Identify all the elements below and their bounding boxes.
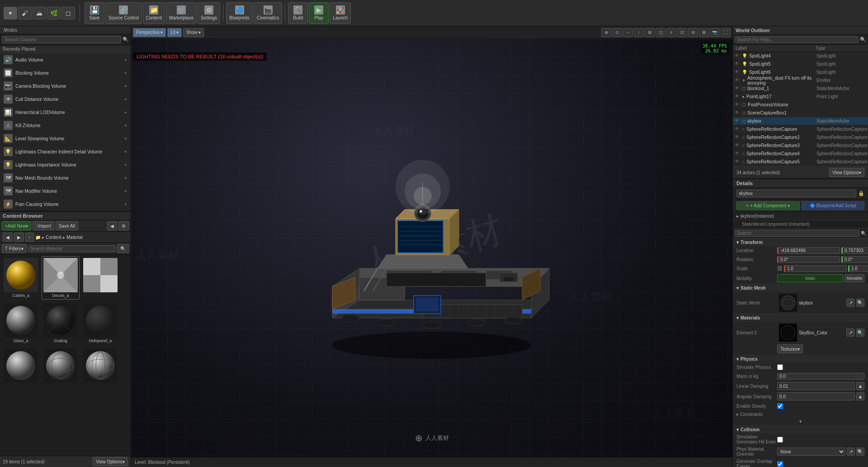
outliner-row-pointlight17[interactable]: 👁 ● PointLight17 Point Light — [733, 93, 868, 101]
outliner-row-atmospheric[interactable]: 👁 ✦ Atmospheric_dust FX turn off its ann… — [733, 76, 868, 85]
add-new-button[interactable]: + Add New ▾ — [2, 221, 31, 230]
mode-btn-geometry[interactable]: ◻ — [61, 7, 75, 19]
mass-input[interactable] — [777, 373, 864, 380]
mesh-find-button[interactable]: 🔍 — [856, 299, 864, 307]
add-cull-distance[interactable]: + — [124, 96, 127, 102]
simulate-physics-check[interactable] — [777, 364, 783, 370]
add-pain-causing[interactable]: + — [124, 201, 127, 207]
marketplace-button[interactable]: 🛒 Marketplace — [166, 2, 197, 24]
eye-sphere4[interactable]: 👁 — [735, 151, 741, 157]
place-item-nav-modifier[interactable]: 🗺 Nav Modifier Volume + — [0, 185, 131, 198]
eye-sphere5[interactable]: 👁 — [735, 159, 741, 165]
outliner-row-spotlight4[interactable]: 👁 💡 SpotLight4 SpotLight — [733, 52, 868, 60]
search-icon[interactable]: 🔍 — [860, 37, 866, 43]
add-camera-blocking[interactable]: + — [124, 83, 127, 89]
perspective-button[interactable]: Perspective ▾ — [133, 28, 166, 37]
outliner-row-sphere5[interactable]: 👁 ○ SphereReflectionCapture5 SphereRefle… — [733, 158, 868, 166]
content-button[interactable]: 📁 Content — [143, 2, 165, 24]
source-control-button[interactable]: 🔗 Source Control — [105, 2, 142, 24]
search-icon-details[interactable]: 🔍 — [861, 231, 866, 236]
eye-spotlight6[interactable]: 👁 — [735, 69, 741, 76]
settings-button[interactable]: ⚙ Settings — [198, 2, 220, 24]
constraints-item[interactable]: ▸ Constraints — [733, 411, 868, 418]
settings-cb-button[interactable]: ⚙ — [118, 221, 129, 230]
place-item-lightmass-indirect[interactable]: 💡 Lightmass Character Indirect Detail Vo… — [0, 145, 131, 158]
scale-x[interactable] — [784, 265, 847, 272]
phys-material-find[interactable]: 🔍 — [856, 448, 864, 456]
add-lightmass-indirect[interactable]: + — [124, 149, 127, 154]
mode-btn-paint[interactable]: 🖌 — [18, 7, 32, 19]
phys-material-select[interactable]: None — [777, 448, 845, 456]
cb-item-grating[interactable]: Grating — [42, 301, 80, 345]
vp-icon-1[interactable]: ⊕ — [601, 28, 611, 37]
physics-expand-bar[interactable]: ▾ — [733, 418, 868, 425]
path-material[interactable]: Material — [66, 235, 83, 240]
launch-button[interactable]: 🚀 Launch — [330, 2, 351, 24]
category-recently-placed[interactable]: Recently Placed — [0, 45, 131, 53]
vp-icon-maximize[interactable]: ⛶ — [721, 28, 731, 37]
play-button[interactable]: ▶ Play — [309, 2, 329, 24]
rotation-y[interactable] — [841, 256, 868, 263]
linear-damping-input[interactable] — [777, 382, 855, 390]
mesh-browse-button[interactable]: ↗ — [846, 299, 854, 307]
place-item-pain-causing[interactable]: ⚡ Pain Causing Volume + — [0, 198, 131, 211]
chain-icon[interactable]: ⛓ — [777, 265, 783, 272]
transform-header[interactable]: ▾ Transform — [733, 238, 868, 246]
add-kill-z[interactable]: + — [124, 123, 127, 128]
outliner-row-skybox[interactable]: 👁 ◻ skybox StaticMeshActor — [733, 117, 868, 125]
cb-view-options[interactable]: View Options ▾ — [93, 457, 128, 466]
add-hierarchical-lod[interactable]: + — [124, 110, 127, 115]
movable-mobility-btn[interactable]: Movable — [844, 274, 864, 282]
cb-item-9[interactable] — [81, 347, 119, 386]
static-mobility-btn[interactable]: Static — [777, 274, 843, 282]
location-y[interactable] — [841, 247, 868, 254]
outliner-row-sphere1[interactable]: 👁 ○ SphereReflectionCapture SphereReflec… — [733, 125, 868, 133]
eye-atmospheric[interactable]: 👁 — [735, 77, 741, 84]
lock-icon[interactable]: 🔒 — [858, 191, 864, 196]
eye-skybox[interactable]: 👁 — [735, 118, 741, 124]
cb-item-holopanel[interactable]: Holopanel_a — [81, 301, 119, 345]
place-item-cull-distance[interactable]: 👁 Cull Distance Volume + — [0, 93, 131, 106]
place-search-icon[interactable]: 🔍 — [123, 37, 129, 43]
viewport-canvas[interactable]: 人人素材 人人素材 人人素材 人人素材 人人素材 — [131, 39, 732, 457]
textures-button[interactable]: Textures ▾ — [777, 344, 803, 353]
lit-button[interactable]: Lit ▾ — [167, 28, 182, 37]
outliner-row-sphere4[interactable]: 👁 ○ SphereReflectionCapture4 SphereRefle… — [733, 150, 868, 158]
show-button[interactable]: Show ▾ — [183, 28, 204, 37]
cb-item-8[interactable] — [42, 347, 80, 386]
material-browse-button[interactable]: ↗ — [846, 329, 854, 337]
eye-blockout1[interactable]: 👁 — [735, 86, 741, 92]
blueprints-button[interactable]: 🔷 Blueprints — [226, 2, 252, 24]
vp-icon-9[interactable]: ⊟ — [688, 28, 698, 37]
vp-icon-8[interactable]: ⊡ — [677, 28, 687, 37]
cb-item-3[interactable] — [81, 256, 119, 300]
add-level-streaming[interactable]: + — [124, 136, 127, 141]
path-up-button[interactable]: ↑ — [25, 233, 34, 242]
outliner-row-sphere3[interactable]: 👁 ○ SphereReflectionCapture3 SphereRefle… — [733, 142, 868, 150]
place-search-input[interactable] — [2, 36, 121, 43]
cb-search-button[interactable]: 🔍 — [117, 244, 129, 253]
path-back-button[interactable]: ◀ — [3, 233, 13, 242]
eye-spotlight5[interactable]: 👁 — [735, 61, 741, 67]
place-item-nav-mesh[interactable]: 🗺 Nav Mesh Bounds Volume + — [0, 172, 131, 185]
details-search-input[interactable] — [735, 230, 859, 237]
eye-scenecapture[interactable]: 👁 — [735, 110, 741, 116]
collision-header[interactable]: ▾ Collision — [733, 426, 868, 434]
material-find-button[interactable]: 🔍 — [856, 329, 864, 337]
cb-item-glass[interactable]: Glass_a — [2, 301, 40, 345]
expand-down-icon[interactable]: ▾ — [799, 419, 802, 424]
add-component-button[interactable]: + + Add Component ▾ — [736, 201, 800, 210]
place-item-camera-blocking[interactable]: 📷 Camera Blocking Volume + — [0, 80, 131, 93]
vp-icon-5[interactable]: ⊞ — [645, 28, 655, 37]
rotation-x[interactable] — [777, 256, 840, 263]
path-content[interactable]: Content — [46, 235, 61, 240]
static-mesh-component-item[interactable]: StaticMeshComponent (Inherited) — [733, 220, 868, 229]
add-nav-mesh[interactable]: + — [124, 175, 127, 181]
path-forward-button[interactable]: ▶ — [14, 233, 24, 242]
eye-sphere2[interactable]: 👁 — [735, 134, 741, 141]
materials-header[interactable]: ▾ Materials — [733, 314, 868, 322]
viewport[interactable]: Perspective ▾ Lit ▾ Show ▾ ⊕ ⊙ ↔ ↕ ⊞ ◫ ≡… — [131, 26, 732, 467]
cb-item-7[interactable] — [2, 347, 40, 386]
add-audio-volume[interactable]: + — [124, 57, 127, 62]
vp-icon-3[interactable]: ↔ — [623, 28, 633, 37]
